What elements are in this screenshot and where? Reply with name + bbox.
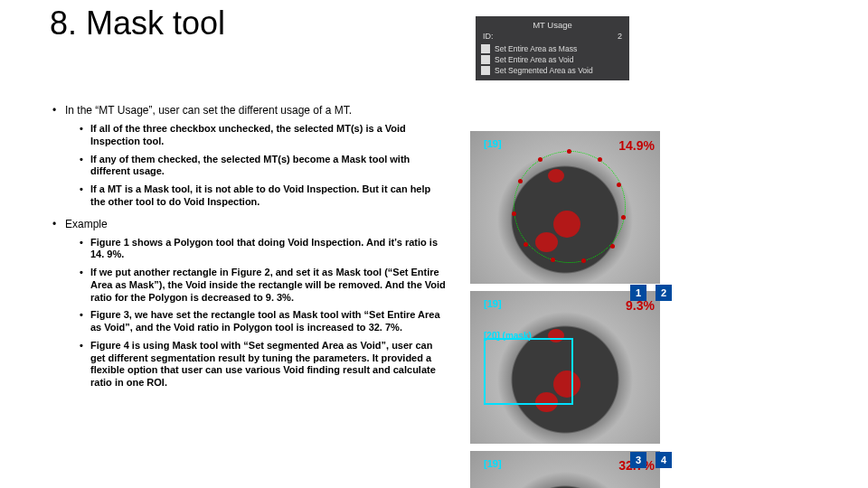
example-h: Example: [52, 218, 448, 231]
sub1: If all of the three checkbox unchecked, …: [52, 123, 448, 148]
figure-grid: [19] 14.9% [19] [20] (mask) 9.3% [19] [2…: [470, 131, 859, 488]
opt-segvoid: Set Segmented Area as Void: [495, 66, 593, 75]
mt-usage-title: MT Usage: [481, 20, 624, 30]
ex1: Figure 1 shows a Polygon tool that doing…: [52, 237, 448, 262]
figure-1: [19] 14.9%: [470, 131, 663, 286]
fig2-mask: [20] (mask): [484, 331, 532, 341]
badge-1: 1: [630, 285, 646, 301]
intro: In the “MT Usage”, user can set the diff…: [52, 104, 448, 117]
badge-3: 3: [630, 452, 646, 468]
checkbox-void[interactable]: [481, 55, 490, 64]
badge-2: 2: [656, 285, 672, 301]
mt-usage-panel: MT Usage ID: 2 Set Entire Area as Mass S…: [476, 16, 629, 80]
fig2-id: [19]: [484, 298, 502, 309]
polygon-overlay: [514, 151, 626, 263]
mask-rect-2: [484, 338, 573, 405]
body-text: In the “MT Usage”, user can set the diff…: [52, 104, 448, 395]
checkbox-mass[interactable]: [481, 44, 490, 53]
id-value: 2: [618, 32, 622, 41]
checkbox-segvoid[interactable]: [481, 66, 490, 75]
badge-4: 4: [656, 452, 672, 468]
fig3-id: [19]: [484, 458, 502, 469]
ex3: Figure 3, we have set the rectangle tool…: [52, 309, 448, 334]
ex4: Figure 4 is using Mask tool with “Set se…: [52, 340, 448, 389]
opt-mass: Set Entire Area as Mass: [495, 44, 577, 53]
id-label: ID:: [483, 32, 494, 41]
fig1-pct: 14.9%: [618, 138, 655, 153]
page-title: 8. Mask tool: [50, 5, 225, 42]
sub3: If a MT is a Mask tool, it is not able t…: [52, 183, 448, 209]
mt-usage-id-row: ID: 2: [481, 32, 624, 42]
figure-2: [19] [20] (mask) 9.3%: [470, 291, 663, 446]
ex2: If we put another rectangle in Figure 2,…: [52, 267, 448, 304]
badges-top: 1 2: [630, 285, 672, 301]
badges-bottom: 3 4: [630, 452, 672, 468]
opt-void: Set Entire Area as Void: [495, 55, 573, 64]
sub2: If any of them checked, the selected MT(…: [52, 154, 448, 179]
fig1-id: [19]: [484, 138, 502, 149]
